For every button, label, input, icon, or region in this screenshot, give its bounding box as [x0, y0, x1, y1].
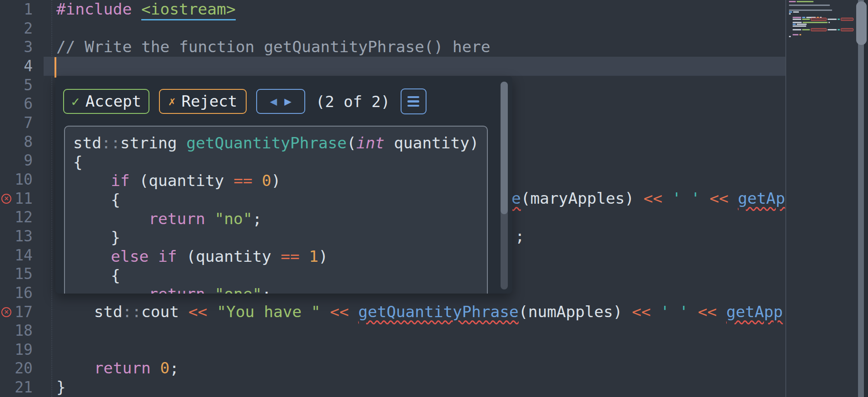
- line-text: #include <iostream>: [56, 0, 236, 19]
- minimap[interactable]: [785, 0, 868, 397]
- minimap-segment: [789, 1, 796, 2]
- minimap-segment: [793, 17, 801, 18]
- minimap-segment: [828, 22, 830, 23]
- minimap-segment: [789, 5, 830, 6]
- reject-button[interactable]: ✗ Reject: [159, 89, 247, 114]
- suggestion-popup: ✓ Accept ✗ Reject ◀ ▶ (2 of 2) std::stri…: [55, 76, 512, 294]
- code-token: [73, 285, 149, 294]
- code-token: <iostream>: [141, 0, 236, 20]
- code-token: [349, 303, 358, 321]
- line-number: 7: [0, 113, 33, 132]
- minimap-segment: [793, 34, 799, 35]
- suggested-code-line: std::string getQuantityPhrase(int quanti…: [73, 134, 487, 153]
- code-token: <<: [698, 303, 717, 321]
- next-suggestion-icon[interactable]: ▶: [284, 89, 292, 114]
- code-token: ==: [233, 172, 253, 190]
- code-line[interactable]: 21}: [0, 378, 868, 397]
- minimap-segment: [802, 29, 810, 30]
- code-token: [151, 359, 160, 377]
- code-token: [205, 285, 215, 294]
- code-line[interactable]: 19: [0, 340, 868, 359]
- code-token: <<: [330, 303, 349, 321]
- minimap-segment: [793, 24, 796, 25]
- code-line[interactable]: 20 return 0;: [0, 359, 868, 378]
- line-number: 1: [0, 0, 33, 19]
- code-token: (numApples): [519, 303, 622, 321]
- code-token: (: [347, 134, 356, 152]
- popup-scrollbar-thumb[interactable]: [501, 82, 508, 214]
- suggested-code-line: {: [73, 153, 487, 172]
- code-token: 1: [309, 247, 318, 265]
- code-token: "no": [215, 210, 253, 228]
- code-token: quantity: [394, 134, 469, 152]
- line-number: 2: [0, 19, 33, 38]
- code-token: return: [94, 359, 151, 377]
- suggested-code-line: {: [73, 266, 487, 285]
- code-editor: 1#include <iostream>23// Write the funct…: [0, 0, 868, 397]
- suggested-code-line: {: [73, 191, 487, 210]
- x-icon: ✗: [169, 89, 176, 114]
- code-token: [300, 247, 309, 265]
- editor-scrollbar-thumb[interactable]: [856, 1, 867, 45]
- minimap-segment: [828, 29, 837, 30]
- navigation-buttons[interactable]: ◀ ▶: [256, 89, 305, 114]
- code-token: [149, 247, 158, 265]
- text-cursor: [55, 57, 56, 78]
- menu-button[interactable]: [401, 88, 427, 114]
- line-text: // Write the function getQuantityPhrase(…: [56, 38, 490, 57]
- code-token: int: [356, 134, 384, 152]
- code-token: [689, 303, 698, 321]
- code-token: [73, 247, 111, 265]
- previous-suggestion-icon[interactable]: ◀: [270, 89, 277, 114]
- code-token: if: [111, 172, 130, 190]
- code-line[interactable]: 3// Write the function getQuantityPhrase…: [0, 38, 868, 57]
- suggestion-counter: (2 of 2): [315, 93, 391, 111]
- code-token: [651, 303, 660, 321]
- code-line[interactable]: 1#include <iostream>: [0, 0, 868, 19]
- code-token: e: [511, 189, 521, 207]
- code-token: [729, 189, 738, 207]
- error-icon: ×: [1, 194, 11, 204]
- code-token: [384, 134, 394, 152]
- code-token: [73, 210, 149, 228]
- line-number: 20: [0, 359, 33, 378]
- code-token: [179, 303, 188, 321]
- code-token: #include: [56, 0, 132, 18]
- line-text-fragment: e(maryApples) << ' ' << getAp: [511, 189, 785, 208]
- accept-button[interactable]: ✓ Accept: [63, 89, 149, 114]
- code-token: (: [177, 247, 196, 265]
- code-token: [73, 172, 111, 190]
- accept-label: Accept: [85, 89, 141, 114]
- code-line[interactable]: 4: [0, 57, 868, 76]
- minimap-divider: [785, 0, 786, 397]
- minimap-segment: [789, 10, 832, 11]
- code-line[interactable]: 18: [0, 321, 868, 340]
- code-token: [321, 303, 330, 321]
- line-text: }: [56, 378, 66, 397]
- code-token: quantity: [149, 172, 224, 190]
- code-token: <<: [709, 189, 729, 207]
- code-token: else: [111, 247, 149, 265]
- code-token: ::: [122, 303, 141, 321]
- code-token: {: [73, 153, 83, 171]
- minimap-segment: [789, 13, 791, 15]
- minimap-segment: [838, 29, 840, 30]
- line-number: 4: [0, 57, 33, 76]
- minimap-segment: [828, 19, 837, 20]
- line-text: return 0;: [56, 359, 179, 378]
- code-token: ::: [101, 134, 120, 152]
- minimap-error-box: [841, 28, 853, 31]
- code-line[interactable]: 2: [0, 19, 868, 38]
- editor-scrollbar-track[interactable]: [858, 0, 864, 397]
- code-token: ): [271, 172, 281, 190]
- minimap-segment: [803, 22, 828, 23]
- minimap-error-box: [841, 18, 853, 21]
- minimap-segment: [793, 11, 799, 13]
- line-number: 21: [0, 378, 33, 397]
- code-token: ;: [515, 227, 525, 245]
- code-token: [662, 189, 672, 207]
- code-token: std: [94, 303, 122, 321]
- code-line[interactable]: 17× std::cout << "You have " << getQuant…: [0, 303, 868, 322]
- code-token: // Write the function getQuantityPhrase(…: [56, 38, 490, 56]
- code-token: [177, 134, 186, 152]
